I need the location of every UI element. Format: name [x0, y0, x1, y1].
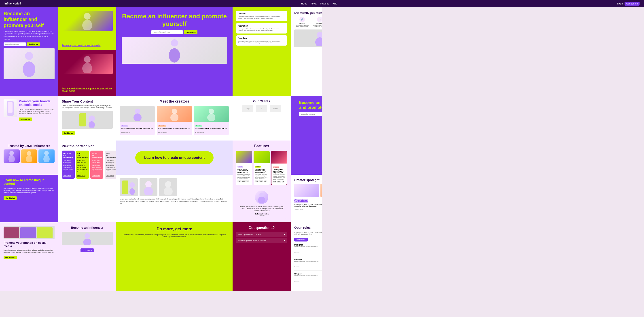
learn-unique-panel: Learn how to create unique content Lorem…: [0, 175, 58, 222]
tag-basic-3[interactable]: Basic: [277, 181, 281, 183]
client-logo-1: Logo: [242, 105, 253, 112]
learn-oval: Learn how to create unique content: [135, 151, 214, 164]
feature-creation-body: Lorem ipsum dolor amet vulputate adipisc…: [238, 174, 251, 179]
trusted-panel: Trusted by 25M+ influencers: [0, 141, 58, 175]
branding-card: Branding Lorem ipsum dolor sit amet, con…: [236, 35, 287, 46]
starter-learn-more[interactable]: Learn More: [92, 175, 100, 176]
hero-center-image: [122, 37, 227, 64]
promote-social-2-panel: Promote your brands on social media Lore…: [0, 222, 58, 291]
svg-point-43: [145, 181, 152, 187]
creator-spotlight-headline: Creator spotlight: [294, 178, 322, 182]
creation-card: Creation Lorem ipsum dolor sit amet, con…: [236, 11, 287, 21]
svg-point-32: [10, 151, 14, 155]
tag-free[interactable]: Free: [238, 180, 241, 182]
promote-social-link[interactable]: Promote your brand on social media: [62, 44, 113, 47]
faq-item-1[interactable]: Pellentesque nec purus ut massa? ▾: [236, 238, 287, 243]
become-influencer-form-cta[interactable]: Get Started: [80, 248, 94, 252]
share-content-image: [62, 111, 113, 129]
free-price: $0 usd/month: [106, 154, 116, 159]
spotlight-grid: [294, 184, 322, 197]
svg-point-21: [209, 109, 214, 114]
faq-chevron-0: ▾: [284, 234, 285, 236]
do-more-right-headline: Do more, get more: [294, 11, 322, 14]
hero-purple-search-input[interactable]: [299, 112, 322, 116]
learn-unique-cta[interactable]: Get Started: [4, 196, 17, 200]
role-designer-type: Full-time: [294, 252, 300, 253]
promote-social-2-body: Lorem ipsum dolor sit amet, consectetur …: [4, 249, 54, 254]
testimonial-section: "Lorem ipsum dolor sit amet, consectetur…: [236, 188, 287, 219]
do-more-promotion-body: Lorem ipsum dolor sit amet, nulla volutp…: [312, 24, 322, 27]
hero-purple-headline: Become an influencer and promote yoursel…: [295, 100, 322, 110]
open-roles-read-more[interactable]: Read more: [294, 238, 308, 242]
creator-image-0: [120, 106, 155, 122]
feature-branding-title: Lorem ipsum dolor sit amet, adipiscing e…: [255, 168, 268, 173]
do-more-center-panel: Do more, get more Lorem ipsum dolor sit …: [116, 222, 232, 291]
do-more-creation-title: Creation: [294, 23, 310, 24]
share-content-cta[interactable]: Get Started: [62, 131, 75, 135]
promote-social-2-image: [4, 226, 54, 239]
hero-headline: Become an influencer and promote yoursel…: [4, 11, 54, 28]
creation-card-title: Creation: [238, 12, 285, 15]
creator-card-0: Creators Lorem ipsum dolor sit amet, adi…: [120, 106, 155, 135]
role-manager: Manager Lorem ipsum dolor sit amet, cons…: [294, 258, 322, 271]
role-creator: Creator Lorem ipsum dolor sit amet, cons…: [294, 273, 322, 285]
tag-pro[interactable]: Pro: [246, 180, 249, 182]
become-influencer-link[interactable]: Become an influencer and promote yoursel…: [62, 87, 113, 92]
share-content-body: Lorem ipsum dolor sit amet, consectetur …: [62, 105, 113, 109]
svg-point-15: [88, 115, 95, 122]
hero-center-panel: Become an influencer and promote yoursel…: [116, 7, 232, 96]
tag-free-2[interactable]: Free: [255, 180, 258, 182]
hero-center-search-input[interactable]: [152, 30, 183, 34]
tag-basic-2[interactable]: Basic: [259, 180, 263, 182]
svg-point-41: [130, 182, 135, 188]
hero-search-input[interactable]: [4, 42, 26, 46]
our-clients-panel: Our Clients Logo ○ Brand: [232, 96, 291, 141]
premium-name: Premium: [63, 152, 73, 154]
feature-creation-tags: Free Basic Pro: [238, 180, 251, 182]
starter-body: Lorem ipsum dolor sit amet, consectetur …: [92, 160, 102, 172]
tag-pro-2[interactable]: Pro: [264, 180, 267, 182]
hero-cta-button[interactable]: Get Started: [27, 42, 40, 46]
creator-name-1: Lorem ipsum dolor sit amet, adipiscing e…: [158, 128, 190, 129]
learn-unique-body: Lorem ipsum dolor sit amet, consectetur …: [4, 187, 54, 194]
creation-card-body: Lorem ipsum dolor sit amet, consectetur …: [238, 16, 285, 19]
faq-item-0[interactable]: Lorem ipsum dolor sit amet? ▾: [236, 232, 287, 237]
promote-brands-panel: Promote your brands on social media Lore…: [0, 96, 58, 141]
spotlight-creator-name: Lorem ipsum dolor sit amet, consectetur …: [294, 204, 322, 207]
hero-center-cta[interactable]: Get Started: [184, 30, 197, 34]
nav-about[interactable]: About: [310, 2, 316, 5]
role-creator-desc: Lorem ipsum dolor sit amet, consectetur.: [294, 275, 318, 276]
testimonial-avatar: [255, 191, 268, 204]
feature-promotion-image: [272, 151, 287, 164]
nav-features[interactable]: Features: [320, 2, 322, 5]
promote-brands-cta[interactable]: Get Started: [19, 117, 32, 121]
tag-pro-3[interactable]: Pro: [282, 181, 285, 183]
creator-card-2: Branding Lorem ipsum dolor sit amet, adi…: [194, 106, 229, 135]
pro-learn-more[interactable]: Learn More: [77, 175, 86, 176]
creator-badge-0: Creators: [121, 125, 128, 127]
got-questions-panel: Got questions? Lorem ipsum dolor sit ame…: [232, 222, 291, 291]
article-body: Lorem ipsum dolor sit amet, consectetur …: [120, 198, 229, 205]
feature-creation-badge: Creation: [238, 166, 243, 168]
premium-learn-more[interactable]: Learn More: [63, 175, 71, 176]
tag-free-3[interactable]: Free: [273, 181, 276, 183]
testimonial-role: Influencer: [239, 215, 284, 216]
tag-basic[interactable]: Basic: [242, 180, 246, 182]
svg-point-3: [82, 20, 92, 30]
promote-social-2-cta[interactable]: Get Started: [4, 256, 17, 259]
hero-center-headline: Become an influencer and promote yoursel…: [122, 12, 227, 27]
feature-promotion-body: Lorem ipsum dolor amet vulputate adipisc…: [273, 174, 285, 180]
trusted-headline: Trusted by 25M+ influencers: [4, 144, 54, 148]
creator-name-0: Lorem ipsum dolor sit amet, adipiscing e…: [121, 128, 154, 129]
card-image-top: [62, 11, 113, 31]
nav-home[interactable]: Home: [301, 2, 307, 5]
feature-creation-image: [236, 151, 252, 163]
do-more-image: [294, 29, 322, 47]
become-influencer-image: [62, 54, 113, 74]
promote-brands-body: Lorem ipsum dolor sit amet, consectetur …: [19, 108, 54, 115]
feature-branding-badge: Branding: [255, 166, 261, 168]
free-body: Lorem ipsum dolor sit amet, consectetur …: [106, 160, 116, 172]
svg-point-38: [260, 193, 264, 197]
free-learn-more[interactable]: Learn More: [106, 175, 114, 176]
do-more-promotion: 📈 Promotion Lorem ipsum dolor sit amet, …: [312, 17, 322, 27]
